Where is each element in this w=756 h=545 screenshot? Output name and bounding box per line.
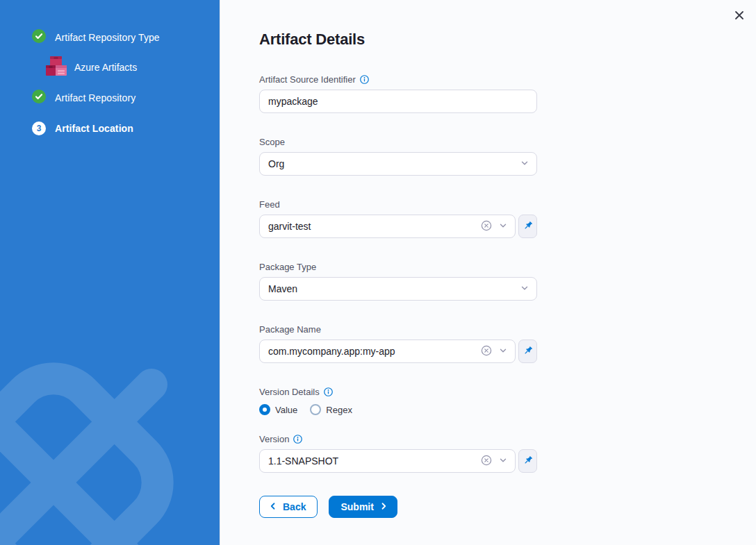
identifier-input[interactable] [259, 90, 537, 113]
pushpin-icon [523, 220, 534, 233]
step-label: Artifact Repository [55, 92, 135, 103]
pin-fixed-value-button[interactable] [518, 339, 537, 363]
info-icon[interactable] [324, 387, 333, 396]
pin-fixed-value-button[interactable] [518, 449, 537, 473]
azure-artifacts-boxes-icon [44, 53, 68, 81]
version-details-group: Version Details Value Regex [259, 386, 537, 416]
step-complete-check-icon [32, 29, 46, 46]
chevron-down-icon [520, 158, 529, 170]
back-button-label: Back [283, 501, 306, 512]
radio-unselected-icon [310, 404, 321, 415]
radio-label: Regex [326, 405, 352, 415]
sidebar-item-azure-artifacts[interactable]: Azure Artifacts [44, 55, 220, 80]
artifact-details-panel: Artifact Details Artifact Source Identif… [220, 0, 756, 545]
identifier-group: Artifact Source Identifier [259, 74, 537, 113]
chevron-right-icon [379, 501, 388, 512]
version-group: Version [259, 433, 537, 473]
sidebar-item-artifact-repository[interactable]: Artifact Repository [32, 91, 220, 105]
radio-option-value[interactable]: Value [259, 404, 297, 415]
pushpin-icon [523, 345, 534, 358]
chevron-down-icon [520, 283, 529, 295]
clear-circle-x-icon [481, 455, 492, 468]
chevron-down-icon[interactable] [498, 346, 508, 358]
back-button[interactable]: Back [259, 496, 318, 518]
pin-fixed-value-button[interactable] [518, 215, 537, 238]
submit-button-label: Submit [340, 501, 373, 512]
clear-button[interactable] [481, 220, 492, 233]
close-icon [734, 10, 745, 23]
package-type-select[interactable]: Maven [259, 277, 537, 301]
chevron-down-icon[interactable] [498, 221, 508, 233]
radio-label: Value [275, 405, 297, 415]
pushpin-icon [523, 455, 534, 468]
radio-selected-icon [259, 404, 270, 415]
selected-repo-label: Azure Artifacts [74, 62, 137, 73]
version-combobox[interactable] [259, 449, 516, 473]
package-name-group: Package Name [259, 324, 537, 363]
clear-button[interactable] [481, 345, 492, 358]
radio-option-regex[interactable]: Regex [310, 404, 352, 415]
feed-group: Feed [259, 199, 537, 238]
chevron-down-icon[interactable] [498, 455, 508, 467]
feed-label: Feed [259, 199, 280, 210]
info-icon[interactable] [360, 75, 369, 84]
package-type-label: Package Type [259, 262, 316, 272]
step-complete-check-icon [32, 90, 46, 106]
submit-button[interactable]: Submit [329, 496, 397, 518]
identifier-label: Artifact Source Identifier [259, 74, 356, 85]
feed-input[interactable] [260, 215, 481, 237]
package-type-group: Package Type Maven [259, 261, 537, 301]
info-icon[interactable] [293, 435, 302, 444]
scope-group: Scope Org [259, 136, 537, 176]
artifact-details-form: Artifact Source Identifier Scope Org [259, 74, 537, 518]
package-name-input[interactable] [260, 340, 481, 362]
harness-logo-watermark [0, 316, 220, 545]
clear-button[interactable] [481, 455, 492, 468]
close-button[interactable] [732, 8, 747, 24]
version-input[interactable] [260, 450, 481, 472]
scope-value: Org [268, 158, 284, 169]
package-name-combobox[interactable] [259, 339, 516, 363]
wizard-steps: Artifact Repository Type Azure Artifacts [0, 0, 220, 135]
scope-label: Scope [259, 137, 285, 147]
sidebar-item-artifact-location[interactable]: 3 Artifact Location [32, 121, 220, 135]
page-title: Artifact Details [259, 31, 756, 49]
form-actions: Back Submit [259, 496, 537, 518]
feed-combobox[interactable] [259, 215, 516, 238]
version-label: Version [259, 434, 289, 444]
package-name-label: Package Name [259, 324, 321, 335]
version-details-radio-group: Value Regex [259, 403, 537, 416]
clear-circle-x-icon [481, 220, 492, 233]
step-label: Artifact Repository Type [55, 32, 160, 43]
step-number-badge: 3 [32, 121, 46, 135]
clear-circle-x-icon [481, 345, 492, 358]
sidebar-item-artifact-repository-type[interactable]: Artifact Repository Type [32, 31, 220, 44]
wizard-sidebar: Artifact Repository Type Azure Artifacts [0, 0, 220, 545]
chevron-left-icon [269, 501, 277, 512]
version-details-label: Version Details [259, 387, 320, 397]
step-label: Artifact Location [55, 123, 133, 134]
package-type-value: Maven [268, 283, 297, 294]
scope-select[interactable]: Org [259, 152, 537, 176]
